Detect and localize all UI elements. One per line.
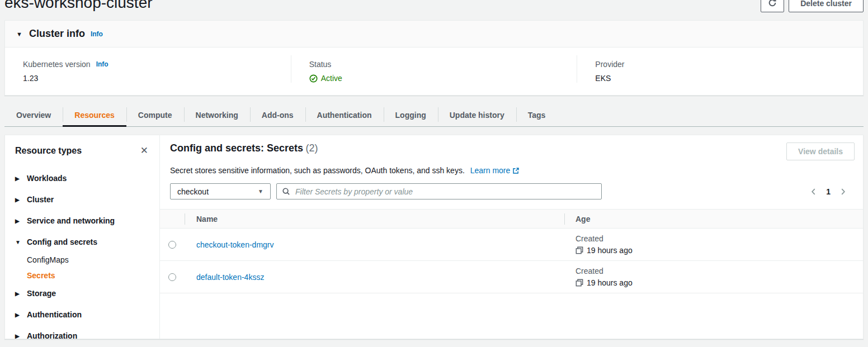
age-column-header[interactable]: Age (564, 215, 863, 224)
tab-compute[interactable]: Compute (126, 104, 184, 126)
tab-tags[interactable]: Tags (516, 104, 558, 126)
kubernetes-version-value: 1.23 (23, 74, 291, 83)
cluster-info-section: ▼ Cluster info Info Kubernetes version I… (4, 20, 864, 96)
chevron-right-icon: ▶ (15, 333, 27, 339)
chevron-right-icon: ▶ (15, 197, 27, 203)
tab-overview[interactable]: Overview (4, 104, 63, 126)
status-value: Active (321, 74, 342, 83)
row-radio-button[interactable] (168, 241, 176, 249)
age-cell: Created 19 hours ago (575, 234, 863, 255)
secrets-table: Name Age checkout-token-dmgrv Created (160, 209, 863, 293)
chevron-right-icon: ▶ (15, 218, 27, 224)
search-box (276, 183, 602, 199)
secrets-title: Config and secrets: Secrets (170, 142, 303, 154)
check-circle-icon (309, 74, 318, 83)
row-radio-button[interactable] (168, 273, 176, 281)
secrets-main-panel: Config and secrets: Secrets (2) View det… (160, 135, 863, 339)
search-input[interactable] (294, 187, 596, 197)
chevron-right-icon: ▶ (15, 291, 27, 297)
cluster-tabs: Overview Resources Compute Networking Ad… (4, 104, 864, 127)
close-icon[interactable]: ✕ (139, 145, 149, 156)
table-row: checkout-token-dmgrv Created 19 hours ag… (160, 229, 863, 261)
header-actions: Delete cluster (761, 0, 864, 12)
view-details-button[interactable]: View details (786, 142, 855, 160)
tab-networking[interactable]: Networking (184, 104, 250, 126)
sidebar-item-authentication[interactable]: ▶ Authentication (15, 310, 149, 319)
provider-field: Provider EKS (577, 55, 863, 83)
secrets-count: (2) (306, 142, 318, 154)
kubernetes-version-label: Kubernetes version (23, 60, 91, 69)
cluster-info-body: Kubernetes version Info 1.23 Status Acti… (5, 47, 863, 95)
sidebar-item-storage[interactable]: ▶ Storage (15, 289, 149, 298)
next-page-icon[interactable] (839, 188, 847, 196)
provider-value: EKS (595, 74, 863, 83)
tab-add-ons[interactable]: Add-ons (250, 104, 305, 126)
secrets-description: Secret stores sensitive information, suc… (170, 166, 855, 176)
provider-label: Provider (595, 60, 624, 69)
collapse-caret-icon[interactable]: ▼ (16, 31, 22, 37)
external-link-icon (512, 167, 520, 176)
sidebar-item-service-and-networking[interactable]: ▶ Service and networking (15, 216, 149, 225)
page-title: eks-workshop-cluster (4, 0, 153, 12)
sidebar-item-config-and-secrets[interactable]: ▼ Config and secrets (15, 237, 149, 246)
resource-types-sidebar: Resource types ✕ ▶ Workloads ▶ Cluster ▶… (5, 135, 160, 339)
status-label: Status (309, 60, 332, 69)
refresh-icon (768, 0, 777, 9)
cluster-info-header[interactable]: ▼ Cluster info Info (5, 21, 863, 47)
secret-name-link[interactable]: checkout-token-dmgrv (196, 240, 274, 249)
sidebar-item-authorization[interactable]: ▶ Authorization (15, 331, 149, 339)
config-and-secrets-children: ConfigMaps Secrets (27, 255, 149, 280)
refresh-button[interactable] (761, 0, 784, 12)
created-label: Created (575, 267, 863, 275)
tab-logging[interactable]: Logging (384, 104, 438, 126)
tab-update-history[interactable]: Update history (438, 104, 516, 126)
chevron-down-icon: ▼ (15, 239, 27, 245)
cluster-info-link[interactable]: Info (91, 30, 103, 38)
name-column-header[interactable]: Name (185, 215, 564, 224)
resource-types-title: Resource types (15, 146, 82, 156)
table-row: default-token-4kssz Created 19 hours ago (160, 261, 863, 293)
status-badge: Active (309, 74, 577, 83)
copy-icon[interactable] (575, 279, 583, 287)
learn-more-link[interactable]: Learn more (470, 166, 520, 175)
kubernetes-version-field: Kubernetes version Info 1.23 (5, 55, 291, 83)
sidebar-item-workloads[interactable]: ▶ Workloads (15, 174, 149, 183)
secrets-heading: Config and secrets: Secrets (2) (170, 142, 318, 154)
chevron-right-icon: ▶ (15, 312, 27, 318)
delete-cluster-button[interactable]: Delete cluster (789, 0, 864, 12)
dropdown-caret-icon: ▼ (258, 188, 263, 194)
sidebar-item-cluster[interactable]: ▶ Cluster (15, 195, 149, 204)
age-cell: Created 19 hours ago (575, 267, 863, 287)
cluster-info-title: Cluster info (29, 28, 85, 40)
age-value: 19 hours ago (587, 246, 633, 255)
age-value: 19 hours ago (587, 278, 633, 287)
status-field: Status Active (291, 55, 577, 83)
sidebar-item-configmaps[interactable]: ConfigMaps (27, 255, 149, 264)
copy-icon[interactable] (575, 246, 583, 254)
pagination: 1 (810, 187, 855, 196)
table-header: Name Age (160, 209, 863, 229)
search-icon (282, 187, 290, 196)
sidebar-item-secrets[interactable]: Secrets (27, 271, 149, 280)
chevron-right-icon: ▶ (15, 175, 27, 182)
tab-authentication[interactable]: Authentication (305, 104, 384, 126)
secret-name-link[interactable]: default-token-4kssz (196, 273, 264, 282)
filter-dropdown-value: checkout (177, 187, 209, 196)
kubernetes-version-info-link[interactable]: Info (96, 60, 108, 68)
resource-types-tree: ▶ Workloads ▶ Cluster ▶ Service and netw… (15, 174, 149, 339)
tab-resources[interactable]: Resources (63, 104, 126, 126)
previous-page-icon[interactable] (810, 188, 818, 196)
filter-dropdown[interactable]: checkout ▼ (170, 183, 271, 199)
created-label: Created (575, 234, 863, 243)
resources-panel: Resource types ✕ ▶ Workloads ▶ Cluster ▶… (4, 135, 864, 339)
page-header: eks-workshop-cluster Delete cluster (0, 0, 868, 13)
page-number[interactable]: 1 (826, 187, 831, 196)
